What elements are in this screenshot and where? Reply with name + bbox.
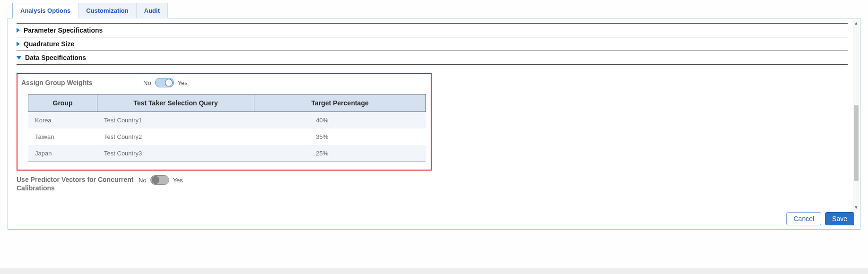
cell-query: Test Country3 xyxy=(97,145,254,162)
tab-label: Analysis Options xyxy=(20,7,70,14)
toggle-yes-label: Yes xyxy=(173,177,183,184)
toggle-knob-icon xyxy=(152,176,159,184)
col-query: Test Taker Selection Query xyxy=(97,94,254,112)
cell-group: Japan xyxy=(28,145,97,162)
assign-group-weights-label: Assign Group Weights xyxy=(21,79,139,86)
col-target-percentage: Target Percentage xyxy=(254,94,426,112)
assign-group-weights-toggle[interactable] xyxy=(155,78,174,87)
assign-group-weights-region: Assign Group Weights No Yes Group Test T… xyxy=(17,73,432,171)
toggle-yes-label: Yes xyxy=(178,79,188,86)
section-data-specifications[interactable]: Data Specifications xyxy=(17,51,848,65)
section-parameter-specifications[interactable]: Parameter Specifications xyxy=(17,23,848,37)
cell-query: Test Country1 xyxy=(97,112,254,129)
predictor-vectors-toggle[interactable] xyxy=(150,175,169,185)
section-quadrature-size[interactable]: Quadrature Size xyxy=(17,37,848,51)
group-weights-table: Group Test Taker Selection Query Target … xyxy=(28,94,426,162)
col-group: Group xyxy=(28,94,97,112)
toggle-no-label: No xyxy=(139,177,147,184)
toggle-knob-icon xyxy=(165,79,173,86)
table-row[interactable]: Japan Test Country3 25% xyxy=(28,145,426,162)
assign-group-weights-row: Assign Group Weights No Yes xyxy=(21,78,423,87)
cell-group: Taiwan xyxy=(28,128,97,145)
section-title: Parameter Specifications xyxy=(24,26,103,34)
cell-group: Korea xyxy=(28,112,97,129)
cancel-button[interactable]: Cancel xyxy=(786,212,821,225)
cell-percentage: 40% xyxy=(254,112,426,129)
chevron-right-icon xyxy=(17,42,20,46)
tab-label: Customization xyxy=(86,7,129,14)
toggle-no-label: No xyxy=(143,79,151,86)
scroll-up-icon[interactable]: ▲ xyxy=(853,20,859,26)
predictor-vectors-row: Use Predictor Vectors for Concurrent Cal… xyxy=(17,175,848,192)
tab-audit[interactable]: Audit xyxy=(136,3,168,18)
panel-scroll-region: Parameter Specifications Quadrature Size… xyxy=(8,18,852,212)
assign-group-weights-toggle-wrap: No Yes xyxy=(143,78,188,87)
cell-percentage: 35% xyxy=(254,128,426,145)
vertical-scrollbar[interactable]: ▲ ▼ xyxy=(853,20,859,210)
panel-actions: Cancel Save xyxy=(786,212,854,225)
tab-analysis-options[interactable]: Analysis Options xyxy=(12,3,78,18)
scrollbar-thumb[interactable] xyxy=(854,105,859,181)
tab-customization[interactable]: Customization xyxy=(78,3,137,18)
chevron-down-icon xyxy=(17,56,21,60)
section-title: Data Specifications xyxy=(25,54,86,61)
cell-percentage: 25% xyxy=(254,145,426,162)
analysis-panel: Parameter Specifications Quadrature Size… xyxy=(8,18,860,230)
footer-shadow xyxy=(0,268,868,274)
scroll-down-icon[interactable]: ▼ xyxy=(853,205,859,210)
tab-label: Audit xyxy=(144,7,160,14)
save-button[interactable]: Save xyxy=(825,212,854,225)
chevron-right-icon xyxy=(17,28,20,33)
cell-query: Test Country2 xyxy=(97,128,254,145)
section-title: Quadrature Size xyxy=(24,40,74,48)
table-row[interactable]: Taiwan Test Country2 35% xyxy=(28,128,426,145)
tab-strip: Analysis Options Customization Audit xyxy=(12,3,860,18)
predictor-vectors-label: Use Predictor Vectors for Concurrent Cal… xyxy=(17,175,134,192)
predictor-vectors-toggle-wrap: No Yes xyxy=(139,175,183,185)
table-row[interactable]: Korea Test Country1 40% xyxy=(28,112,426,129)
